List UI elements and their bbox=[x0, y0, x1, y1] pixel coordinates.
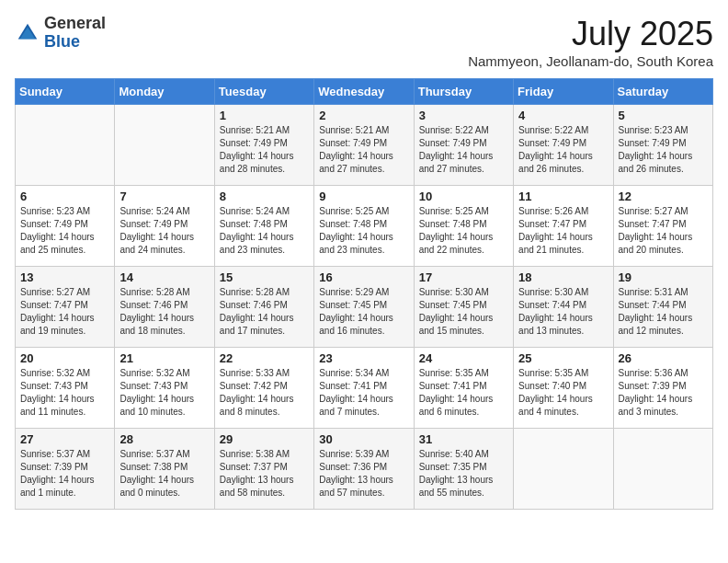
calendar-week-row: 20Sunrise: 5:32 AMSunset: 7:43 PMDayligh… bbox=[16, 348, 713, 429]
cell-info: Sunrise: 5:30 AMSunset: 7:44 PMDaylight:… bbox=[518, 286, 608, 338]
calendar-cell bbox=[613, 429, 712, 510]
cell-info: Sunrise: 5:38 AMSunset: 7:37 PMDaylight:… bbox=[220, 448, 309, 500]
weekday-header-saturday: Saturday bbox=[613, 79, 712, 105]
calendar-cell: 3Sunrise: 5:22 AMSunset: 7:49 PMDaylight… bbox=[414, 105, 513, 186]
cell-info: Sunrise: 5:25 AMSunset: 7:48 PMDaylight:… bbox=[319, 205, 408, 257]
logo-blue: Blue bbox=[44, 32, 80, 51]
logo-text: General Blue bbox=[44, 15, 106, 52]
calendar-cell: 22Sunrise: 5:33 AMSunset: 7:42 PMDayligh… bbox=[214, 348, 313, 429]
cell-info: Sunrise: 5:32 AMSunset: 7:43 PMDaylight:… bbox=[119, 367, 209, 419]
calendar-cell: 15Sunrise: 5:28 AMSunset: 7:46 PMDayligh… bbox=[214, 267, 313, 348]
calendar-cell: 18Sunrise: 5:30 AMSunset: 7:44 PMDayligh… bbox=[514, 267, 613, 348]
cell-info: Sunrise: 5:23 AMSunset: 7:49 PMDaylight:… bbox=[20, 205, 109, 257]
calendar-table: SundayMondayTuesdayWednesdayThursdayFrid… bbox=[15, 78, 713, 510]
day-number: 22 bbox=[220, 351, 309, 365]
cell-info: Sunrise: 5:29 AMSunset: 7:45 PMDaylight:… bbox=[319, 286, 408, 338]
weekday-header-row: SundayMondayTuesdayWednesdayThursdayFrid… bbox=[16, 79, 713, 105]
cell-info: Sunrise: 5:23 AMSunset: 7:49 PMDaylight:… bbox=[619, 124, 708, 176]
day-number: 27 bbox=[20, 432, 109, 446]
calendar-cell: 23Sunrise: 5:34 AMSunset: 7:41 PMDayligh… bbox=[314, 348, 414, 429]
cell-info: Sunrise: 5:27 AMSunset: 7:47 PMDaylight:… bbox=[20, 286, 109, 338]
logo: General Blue bbox=[15, 15, 106, 52]
cell-info: Sunrise: 5:40 AMSunset: 7:35 PMDaylight:… bbox=[419, 448, 508, 500]
day-number: 9 bbox=[319, 190, 408, 203]
weekday-header-friday: Friday bbox=[514, 79, 613, 105]
day-number: 4 bbox=[518, 109, 608, 122]
calendar-cell: 6Sunrise: 5:23 AMSunset: 7:49 PMDaylight… bbox=[16, 186, 115, 267]
location-subtitle: Nammyeon, Jeollanam-do, South Korea bbox=[468, 53, 713, 69]
cell-info: Sunrise: 5:35 AMSunset: 7:40 PMDaylight:… bbox=[518, 367, 608, 419]
calendar-cell: 26Sunrise: 5:36 AMSunset: 7:39 PMDayligh… bbox=[613, 348, 712, 429]
calendar-cell: 4Sunrise: 5:22 AMSunset: 7:49 PMDaylight… bbox=[514, 105, 613, 186]
calendar-week-row: 1Sunrise: 5:21 AMSunset: 7:49 PMDaylight… bbox=[16, 105, 713, 186]
day-number: 21 bbox=[119, 351, 209, 365]
calendar-cell bbox=[16, 105, 115, 186]
cell-info: Sunrise: 5:24 AMSunset: 7:49 PMDaylight:… bbox=[119, 205, 209, 257]
calendar-cell: 9Sunrise: 5:25 AMSunset: 7:48 PMDaylight… bbox=[314, 186, 414, 267]
cell-info: Sunrise: 5:27 AMSunset: 7:47 PMDaylight:… bbox=[619, 205, 708, 257]
calendar-cell: 2Sunrise: 5:21 AMSunset: 7:49 PMDaylight… bbox=[314, 105, 414, 186]
cell-info: Sunrise: 5:22 AMSunset: 7:49 PMDaylight:… bbox=[518, 124, 608, 176]
cell-info: Sunrise: 5:35 AMSunset: 7:41 PMDaylight:… bbox=[419, 367, 508, 419]
cell-info: Sunrise: 5:37 AMSunset: 7:38 PMDaylight:… bbox=[119, 448, 209, 500]
calendar-week-row: 13Sunrise: 5:27 AMSunset: 7:47 PMDayligh… bbox=[16, 267, 713, 348]
cell-info: Sunrise: 5:30 AMSunset: 7:45 PMDaylight:… bbox=[419, 286, 508, 338]
day-number: 28 bbox=[119, 432, 209, 446]
cell-info: Sunrise: 5:25 AMSunset: 7:48 PMDaylight:… bbox=[419, 205, 508, 257]
calendar-cell: 8Sunrise: 5:24 AMSunset: 7:48 PMDaylight… bbox=[214, 186, 313, 267]
day-number: 8 bbox=[220, 190, 309, 203]
calendar-cell: 29Sunrise: 5:38 AMSunset: 7:37 PMDayligh… bbox=[214, 429, 313, 510]
day-number: 7 bbox=[119, 190, 209, 203]
calendar-cell: 12Sunrise: 5:27 AMSunset: 7:47 PMDayligh… bbox=[613, 186, 712, 267]
cell-info: Sunrise: 5:32 AMSunset: 7:43 PMDaylight:… bbox=[20, 367, 109, 419]
day-number: 31 bbox=[419, 432, 508, 446]
day-number: 16 bbox=[319, 270, 408, 284]
day-number: 30 bbox=[319, 432, 408, 446]
calendar-cell: 24Sunrise: 5:35 AMSunset: 7:41 PMDayligh… bbox=[414, 348, 513, 429]
calendar-cell: 30Sunrise: 5:39 AMSunset: 7:36 PMDayligh… bbox=[314, 429, 414, 510]
weekday-header-wednesday: Wednesday bbox=[314, 79, 414, 105]
day-number: 2 bbox=[319, 109, 408, 122]
weekday-header-sunday: Sunday bbox=[16, 79, 115, 105]
cell-info: Sunrise: 5:21 AMSunset: 7:49 PMDaylight:… bbox=[220, 124, 309, 176]
cell-info: Sunrise: 5:21 AMSunset: 7:49 PMDaylight:… bbox=[319, 124, 408, 176]
day-number: 24 bbox=[419, 351, 508, 365]
day-number: 25 bbox=[518, 351, 608, 365]
cell-info: Sunrise: 5:37 AMSunset: 7:39 PMDaylight:… bbox=[20, 448, 109, 500]
day-number: 10 bbox=[419, 190, 508, 203]
weekday-header-thursday: Thursday bbox=[414, 79, 513, 105]
cell-info: Sunrise: 5:26 AMSunset: 7:47 PMDaylight:… bbox=[518, 205, 608, 257]
calendar-cell: 13Sunrise: 5:27 AMSunset: 7:47 PMDayligh… bbox=[16, 267, 115, 348]
calendar-cell: 7Sunrise: 5:24 AMSunset: 7:49 PMDaylight… bbox=[115, 186, 214, 267]
page-header: General Blue July 2025 Nammyeon, Jeollan… bbox=[15, 15, 713, 69]
day-number: 13 bbox=[20, 270, 109, 284]
day-number: 23 bbox=[319, 351, 408, 365]
day-number: 26 bbox=[619, 351, 708, 365]
calendar-week-row: 27Sunrise: 5:37 AMSunset: 7:39 PMDayligh… bbox=[16, 429, 713, 510]
day-number: 6 bbox=[20, 190, 109, 203]
weekday-header-tuesday: Tuesday bbox=[214, 79, 313, 105]
calendar-cell: 10Sunrise: 5:25 AMSunset: 7:48 PMDayligh… bbox=[414, 186, 513, 267]
cell-info: Sunrise: 5:34 AMSunset: 7:41 PMDaylight:… bbox=[319, 367, 408, 419]
calendar-cell: 19Sunrise: 5:31 AMSunset: 7:44 PMDayligh… bbox=[613, 267, 712, 348]
calendar-week-row: 6Sunrise: 5:23 AMSunset: 7:49 PMDaylight… bbox=[16, 186, 713, 267]
month-year-title: July 2025 bbox=[468, 15, 713, 53]
calendar-cell: 27Sunrise: 5:37 AMSunset: 7:39 PMDayligh… bbox=[16, 429, 115, 510]
calendar-cell bbox=[115, 105, 214, 186]
cell-info: Sunrise: 5:28 AMSunset: 7:46 PMDaylight:… bbox=[119, 286, 209, 338]
cell-info: Sunrise: 5:31 AMSunset: 7:44 PMDaylight:… bbox=[619, 286, 708, 338]
day-number: 12 bbox=[619, 190, 708, 203]
day-number: 3 bbox=[419, 109, 508, 122]
title-block: July 2025 Nammyeon, Jeollanam-do, South … bbox=[468, 15, 713, 69]
day-number: 5 bbox=[619, 109, 708, 122]
calendar-cell: 16Sunrise: 5:29 AMSunset: 7:45 PMDayligh… bbox=[314, 267, 414, 348]
day-number: 11 bbox=[518, 190, 608, 203]
logo-icon bbox=[15, 20, 40, 46]
calendar-cell bbox=[514, 429, 613, 510]
calendar-cell: 1Sunrise: 5:21 AMSunset: 7:49 PMDaylight… bbox=[214, 105, 313, 186]
cell-info: Sunrise: 5:39 AMSunset: 7:36 PMDaylight:… bbox=[319, 448, 408, 500]
cell-info: Sunrise: 5:33 AMSunset: 7:42 PMDaylight:… bbox=[220, 367, 309, 419]
day-number: 15 bbox=[220, 270, 309, 284]
logo-general: General bbox=[44, 14, 106, 32]
day-number: 20 bbox=[20, 351, 109, 365]
